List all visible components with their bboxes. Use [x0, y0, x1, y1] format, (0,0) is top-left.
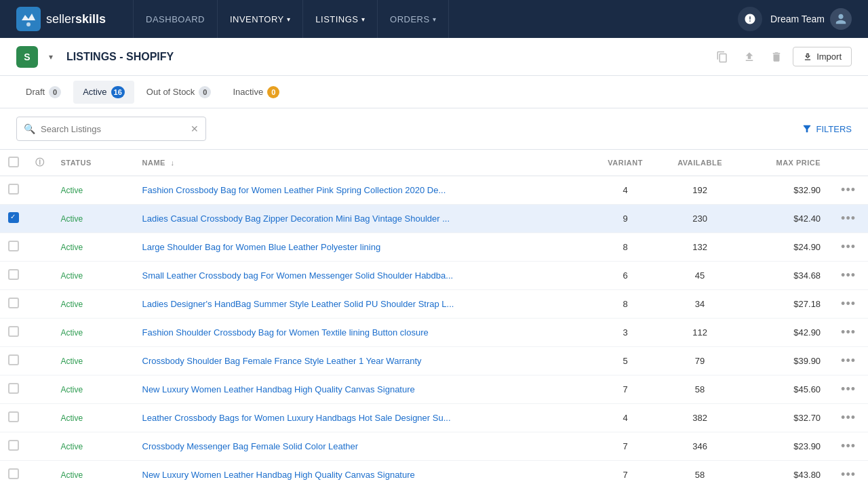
product-link[interactable]: Crossbody Shoulder Bag Female France Sty…	[142, 356, 422, 366]
product-link[interactable]: New Luxury Women Leather Handbag High Qu…	[142, 470, 415, 480]
row-checkbox[interactable]	[8, 354, 19, 365]
import-button[interactable]: Import	[793, 47, 852, 66]
product-link[interactable]: Large Shoulder Bag for Women Blue Leathe…	[142, 242, 381, 252]
row-actions-button[interactable]: •••	[837, 296, 860, 312]
row-actions-button[interactable]: •••	[837, 438, 860, 454]
page-title: LISTINGS - SHOPIFY	[66, 51, 174, 63]
row-checkbox[interactable]	[8, 212, 19, 223]
product-link[interactable]: Ladies Casual Crossbody Bag Zipper Decor…	[142, 214, 450, 224]
row-checkbox[interactable]	[8, 326, 19, 337]
product-link[interactable]: Ladies Designer's HandBag Summer Style L…	[142, 299, 454, 309]
info-icon[interactable]: ⓘ	[35, 157, 45, 167]
upload-button[interactable]	[738, 46, 760, 68]
row-checkbox[interactable]	[8, 241, 19, 251]
row-info-cell	[27, 233, 53, 262]
row-checkbox[interactable]	[8, 298, 19, 308]
user-info: Dream Team	[770, 8, 852, 30]
product-link[interactable]: Fashion Crossbody Bag for Women Leather …	[142, 185, 446, 195]
col-header-available[interactable]: AVAILABLE	[659, 150, 741, 176]
row-actions-button[interactable]: •••	[837, 210, 860, 226]
main-nav: DASHBOARD INVENTORY ▾ LISTINGS ▾ ORDERS …	[133, 0, 738, 38]
row-name-cell: New Luxury Women Leather Handbag High Qu…	[134, 375, 592, 404]
header-right: Dream Team	[738, 7, 852, 31]
row-maxprice-cell: $24.90	[741, 233, 829, 262]
store-dropdown-arrow[interactable]: ▾	[49, 52, 53, 62]
col-header-maxprice[interactable]: MAX PRICE	[741, 150, 829, 176]
row-checkbox-cell	[0, 205, 27, 233]
row-status-cell: Active	[53, 319, 134, 347]
row-actions-cell: •••	[829, 233, 868, 262]
row-checkbox[interactable]	[8, 383, 19, 394]
row-maxprice-cell: $42.40	[741, 205, 829, 233]
filters-button[interactable]: FILTERS	[802, 123, 852, 134]
col-header-variant[interactable]: VARIANT	[591, 150, 659, 176]
row-variant-cell: 7	[591, 375, 659, 404]
row-actions-button[interactable]: •••	[837, 324, 860, 340]
product-link[interactable]: Leather Crossbody Bags for Women Luxury …	[142, 413, 451, 423]
tab-active[interactable]: Active 16	[73, 81, 134, 104]
row-actions-cell: •••	[829, 347, 868, 375]
col-header-name[interactable]: NAME ↓	[134, 150, 592, 176]
status-badge: Active	[61, 214, 83, 224]
row-variant-cell: 3	[591, 319, 659, 347]
col-header-check	[0, 150, 27, 176]
search-input[interactable]	[41, 124, 191, 134]
row-actions-button[interactable]: •••	[837, 381, 860, 397]
row-actions-cell: •••	[829, 404, 868, 432]
row-available-cell: 112	[659, 319, 741, 347]
nav-inventory[interactable]: INVENTORY ▾	[218, 0, 303, 38]
row-actions-button[interactable]: •••	[837, 182, 860, 198]
select-all-checkbox[interactable]	[8, 157, 19, 167]
row-checkbox-cell	[0, 347, 27, 375]
row-actions-cell: •••	[829, 319, 868, 347]
listings-table-container: ⓘ STATUS NAME ↓ VARIANT AVAILABLE MAX PR…	[0, 150, 868, 488]
row-info-cell	[27, 461, 53, 489]
product-link[interactable]: Small Leather Crossbody bag For Women Me…	[142, 270, 454, 281]
nav-orders[interactable]: ORDERS ▾	[378, 0, 449, 38]
store-icon: S	[16, 46, 38, 68]
row-checkbox[interactable]	[8, 269, 19, 280]
tab-inactive[interactable]: Inactive 0	[223, 81, 289, 104]
status-badge: Active	[61, 186, 83, 195]
table-row: Active Fashion Crossbody Bag for Women L…	[0, 176, 868, 205]
row-name-cell: Large Shoulder Bag for Women Blue Leathe…	[134, 233, 592, 262]
notifications-button[interactable]	[738, 7, 762, 31]
clear-search-icon[interactable]: ✕	[191, 123, 199, 134]
row-actions-cell: •••	[829, 432, 868, 461]
nav-dashboard[interactable]: DASHBOARD	[133, 0, 218, 38]
row-actions-button[interactable]: •••	[837, 267, 860, 283]
chevron-down-icon: ▾	[361, 16, 366, 23]
row-maxprice-cell: $32.90	[741, 176, 829, 205]
delete-button[interactable]	[766, 46, 787, 68]
row-available-cell: 382	[659, 404, 741, 432]
row-actions-button[interactable]: •••	[837, 352, 860, 369]
row-info-cell	[27, 176, 53, 205]
logo[interactable]: sellerskills	[16, 7, 106, 31]
row-actions-button[interactable]: •••	[837, 466, 860, 483]
nav-listings[interactable]: LISTINGS ▾	[303, 0, 378, 38]
row-checkbox[interactable]	[8, 411, 19, 422]
row-actions-button[interactable]: •••	[837, 409, 860, 426]
import-label: Import	[816, 52, 842, 62]
row-available-cell: 230	[659, 205, 741, 233]
row-maxprice-cell: $45.60	[741, 375, 829, 404]
avatar[interactable]	[830, 8, 852, 30]
col-header-status[interactable]: STATUS	[53, 150, 134, 176]
row-checkbox[interactable]	[8, 468, 19, 479]
product-link[interactable]: New Luxury Women Leather Handbag High Qu…	[142, 384, 415, 394]
copy-button[interactable]	[711, 46, 733, 68]
tab-out-of-stock[interactable]: Out of Stock 0	[137, 81, 221, 104]
table-row: Active Crossbody Shoulder Bag Female Fra…	[0, 347, 868, 375]
row-variant-cell: 6	[591, 262, 659, 290]
row-available-cell: 346	[659, 432, 741, 461]
tab-draft[interactable]: Draft 0	[16, 81, 71, 104]
row-available-cell: 79	[659, 347, 741, 375]
row-info-cell	[27, 432, 53, 461]
product-link[interactable]: Fashion Shoulder Crossbody Bag for Women…	[142, 327, 429, 338]
row-actions-button[interactable]: •••	[837, 239, 860, 255]
row-checkbox[interactable]	[8, 440, 19, 451]
row-available-cell: 58	[659, 461, 741, 489]
product-link[interactable]: Crossbody Messenger Bag Female Solid Col…	[142, 441, 359, 451]
row-variant-cell: 5	[591, 347, 659, 375]
row-checkbox[interactable]	[8, 184, 19, 195]
